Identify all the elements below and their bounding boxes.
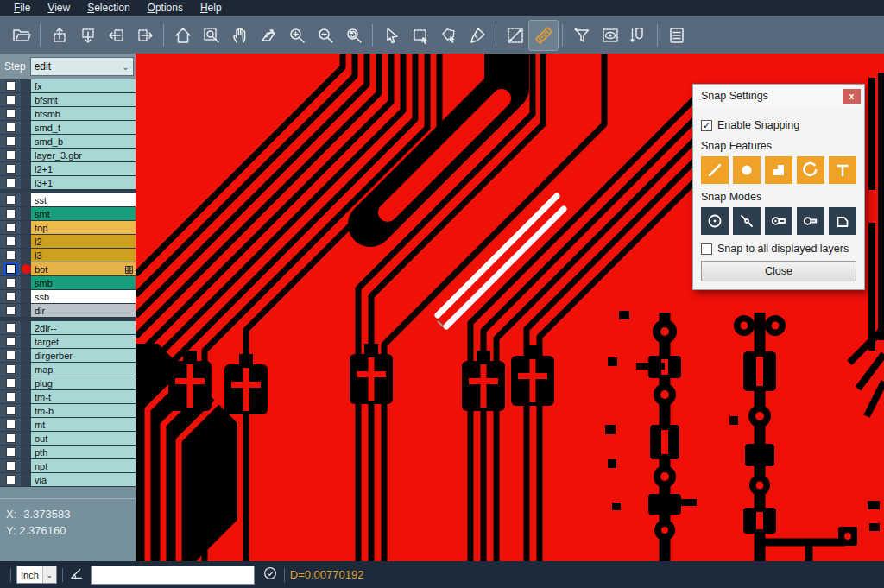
zoom-in-button[interactable] — [282, 21, 311, 50]
layer-checkbox[interactable] — [6, 433, 16, 443]
menu-help[interactable]: Help — [192, 0, 230, 16]
layer-name[interactable]: smt — [31, 207, 136, 221]
layer-name[interactable]: l3+1 — [31, 176, 136, 190]
layer-row-l2+1[interactable]: l2+1 — [0, 162, 136, 176]
close-button[interactable]: Close — [701, 261, 856, 281]
snap-all-layers-row[interactable]: Snap to all displayed layers — [701, 243, 856, 255]
layer-checkbox[interactable] — [6, 164, 16, 174]
layer-checkbox[interactable] — [6, 461, 16, 471]
measure-ruler-button[interactable] — [529, 21, 558, 50]
layer-name[interactable]: layer_3.gbr — [31, 149, 136, 162]
command-input[interactable] — [91, 566, 255, 585]
layer-row-dirgerber[interactable]: dirgerber — [0, 349, 136, 363]
layer-name[interactable]: fx — [31, 79, 136, 93]
layer-checkbox[interactable] — [6, 406, 16, 415]
layer-row-2dir--[interactable]: 2dir-- — [0, 321, 136, 335]
move-down-button[interactable] — [73, 21, 102, 50]
layer-name[interactable]: bot — [31, 262, 136, 276]
layer-name[interactable]: pth — [31, 446, 136, 459]
menu-view[interactable]: View — [39, 0, 79, 16]
zoom-out-button[interactable] — [311, 21, 339, 50]
layer-name[interactable]: map — [31, 363, 136, 376]
layer-checkbox[interactable] — [6, 95, 16, 104]
layer-row-smb[interactable]: smb — [0, 276, 136, 290]
layer-row-smt[interactable]: smt — [0, 207, 136, 221]
snap-nearest-button[interactable] — [733, 207, 761, 235]
layer-checkbox[interactable] — [6, 420, 16, 429]
layer-row-tm-b[interactable]: tm-b — [0, 404, 136, 418]
layer-checkbox[interactable] — [6, 351, 16, 360]
layer-name[interactable]: dirgerber — [31, 349, 136, 363]
select-button[interactable] — [377, 21, 406, 50]
layer-name[interactable]: smb — [31, 276, 136, 290]
layer-row-ssb[interactable]: ssb — [0, 290, 136, 304]
layer-checkbox[interactable] — [6, 392, 16, 401]
enable-snapping-row[interactable]: ✓ Enable Snapping — [701, 119, 856, 131]
rect-select-button[interactable] — [406, 21, 434, 50]
snap-all-layers-checkbox[interactable] — [701, 243, 712, 255]
layer-checkbox[interactable] — [6, 364, 16, 374]
layer-name[interactable]: via — [31, 473, 136, 487]
layer-row-l3[interactable]: l3 — [0, 249, 136, 262]
clear-highlight-button[interactable] — [463, 21, 491, 50]
layer-row-smd_t[interactable]: smd_t — [0, 121, 136, 135]
layer-name[interactable]: target — [31, 335, 136, 349]
layer-name[interactable]: l2 — [31, 235, 136, 249]
layer-row-out[interactable]: out — [0, 432, 136, 446]
layer-checkbox[interactable] — [6, 195, 16, 205]
snap-arc-button[interactable] — [797, 156, 824, 184]
layer-name[interactable]: tm-b — [31, 404, 136, 418]
layer-checkbox[interactable] — [6, 150, 16, 160]
layer-checkbox[interactable] — [6, 178, 16, 187]
layer-name[interactable]: ssb — [31, 290, 136, 304]
layer-row-bot[interactable]: bot — [0, 262, 136, 276]
layer-row-tm-t[interactable]: tm-t — [0, 390, 136, 404]
layer-row-top[interactable]: top — [0, 221, 136, 235]
view-area-button[interactable] — [596, 21, 624, 50]
menu-options[interactable]: Options — [139, 0, 192, 16]
zoom-window-button[interactable] — [197, 21, 225, 50]
layer-name[interactable]: plug — [31, 376, 136, 390]
snap-surface-button[interactable] — [765, 156, 792, 184]
snap-button[interactable] — [624, 21, 653, 50]
layer-checkbox[interactable] — [6, 264, 16, 274]
dialog-close-icon[interactable]: x — [843, 89, 861, 104]
layer-name[interactable]: dir — [31, 304, 136, 318]
snap-center-button[interactable] — [701, 207, 729, 235]
layer-row-fx[interactable]: fx — [0, 79, 136, 93]
move-up-button[interactable] — [45, 21, 73, 50]
layer-row-plug[interactable]: plug — [0, 376, 136, 390]
zoom-dynamic-button[interactable] — [254, 21, 282, 50]
menu-selection[interactable]: Selection — [79, 0, 138, 16]
snap-text-button[interactable] — [829, 156, 856, 184]
layer-name[interactable]: npt — [31, 459, 136, 473]
layer-checkbox[interactable] — [6, 123, 16, 132]
layer-checkbox[interactable] — [6, 306, 16, 315]
layer-checkbox[interactable] — [6, 250, 16, 260]
layer-checkbox[interactable] — [6, 447, 16, 457]
enable-snapping-checkbox[interactable]: ✓ — [701, 120, 712, 131]
move-right-button[interactable] — [130, 21, 159, 50]
layer-row-sst[interactable]: sst — [0, 193, 136, 207]
layer-row-mt[interactable]: mt — [0, 418, 136, 432]
layer-name[interactable]: l2+1 — [31, 162, 136, 176]
report-button[interactable] — [662, 21, 691, 50]
snap-circle-button[interactable] — [733, 156, 761, 184]
pan-button[interactable] — [225, 21, 254, 50]
layer-checkbox[interactable] — [6, 223, 16, 232]
snap-line-button[interactable] — [701, 156, 729, 184]
layer-checkbox[interactable] — [6, 475, 16, 484]
layer-name[interactable]: bfsmt — [31, 93, 136, 107]
snap-key-outline-button[interactable] — [797, 207, 824, 235]
layer-row-layer_3.gbr[interactable]: layer_3.gbr — [0, 149, 136, 162]
layer-name[interactable]: out — [31, 432, 136, 446]
layer-row-l2[interactable]: l2 — [0, 235, 136, 249]
layer-checkbox[interactable] — [6, 237, 16, 246]
snap-contour-button[interactable] — [829, 207, 856, 235]
layer-name[interactable]: sst — [31, 193, 136, 207]
angle-tool[interactable] — [68, 565, 85, 585]
apply-tool[interactable] — [262, 565, 279, 585]
layer-checkbox[interactable] — [6, 292, 16, 301]
layer-checkbox[interactable] — [6, 278, 16, 288]
layer-checkbox[interactable] — [6, 323, 16, 332]
